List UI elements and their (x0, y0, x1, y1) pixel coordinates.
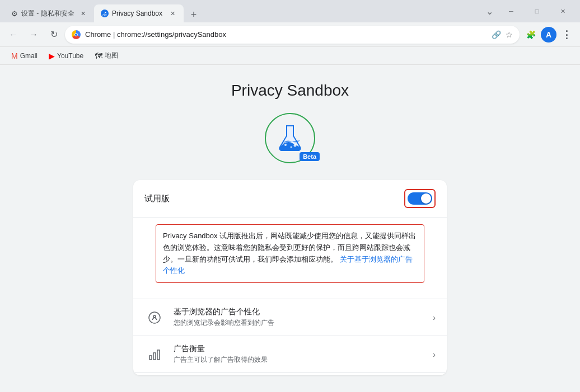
trial-toggle[interactable] (408, 192, 432, 205)
svg-rect-5 (149, 356, 152, 360)
tab-settings[interactable]: ⚙ 设置 - 隐私和安全 ✕ (4, 4, 94, 22)
back-button[interactable]: ← (4, 26, 22, 44)
profile-button[interactable]: A (541, 27, 556, 42)
description-text: Privacy Sandbox 试用版推出后，网站既能减少使用您的信息，又能提供… (163, 230, 417, 277)
sandbox-tab-icon: 🏖 (101, 10, 109, 17)
address-text: Chrome | chrome://settings/privacySandbo… (85, 30, 487, 39)
bookmark-maps-label: 地图 (105, 51, 118, 60)
toggle-knob (421, 193, 431, 204)
ad-personalization-arrow: › (433, 313, 436, 322)
bookmarks-bar: M Gmail ▶ YouTube 🗺 地图 (0, 47, 580, 65)
description-section: Privacy Sandbox 试用版推出后，网站既能减少使用您的信息，又能提供… (156, 224, 424, 283)
window-controls: ⌄ ─ □ ✕ (480, 0, 576, 22)
settings-tab-icon: ⚙ (11, 10, 18, 18)
extensions-button[interactable]: 🧩 (522, 26, 540, 44)
toolbar-actions: 🧩 A ⋮ (522, 26, 576, 44)
ad-measurement-icon (144, 344, 165, 365)
tab-list-button[interactable]: ⌄ (480, 2, 498, 20)
sandbox-tab-label: Privacy Sandbox (112, 10, 162, 17)
page-title: Privacy Sandbox (231, 82, 349, 100)
trial-label: 试用版 (144, 193, 170, 204)
svg-rect-6 (153, 353, 156, 360)
toggle-wrapper (404, 189, 436, 208)
trial-section: 试用版 (133, 180, 447, 218)
refresh-button[interactable]: ↻ (45, 26, 63, 44)
ad-measurement-title: 广告衡量 (174, 344, 424, 354)
bookmark-gmail[interactable]: M Gmail (7, 49, 42, 63)
svg-point-4 (153, 315, 156, 318)
list-item-ad-personalization[interactable]: 基于浏览器的广告个性化 您的浏览记录会影响您看到的广告 › (133, 299, 447, 336)
ad-measurement-arrow: › (433, 350, 436, 359)
svg-point-2 (294, 144, 297, 147)
maximize-button[interactable]: □ (524, 2, 550, 20)
beta-badge: Beta (300, 152, 320, 161)
settings-card: 试用版 Privacy Sandbox 试用版推出后，网站既能减少使用您的信息，… (133, 180, 447, 375)
site-security-icon (72, 30, 81, 39)
svg-rect-7 (157, 350, 160, 360)
page-content: Privacy Sandbox Beta 试用版 (0, 65, 580, 392)
bookmark-icon[interactable]: ☆ (506, 30, 513, 39)
flask-icon (275, 124, 305, 153)
share-icon[interactable]: 🔗 (492, 30, 501, 39)
menu-button[interactable]: ⋮ (558, 26, 576, 44)
svg-point-1 (291, 147, 292, 148)
settings-tab-close[interactable]: ✕ (78, 9, 87, 18)
minimize-button[interactable]: ─ (498, 2, 524, 20)
gmail-icon: M (11, 51, 18, 60)
ad-measurement-subtitle: 广告主可以了解广告取得的效果 (174, 355, 424, 365)
list-item-spam-reduction[interactable]: 垃圾内容和欺诈行为削减 协助网站打击欺诈行为以及区分机器人和真人 › (133, 372, 447, 375)
bookmark-gmail-label: Gmail (20, 52, 38, 60)
titlebar: ⚙ 设置 - 隐私和安全 ✕ 🏖 Privacy Sandbox ✕ + ⌄ ─… (0, 0, 580, 22)
bookmark-youtube[interactable]: ▶ YouTube (44, 49, 88, 63)
close-button[interactable]: ✕ (550, 2, 576, 20)
svg-point-0 (284, 144, 287, 146)
forward-button[interactable]: → (25, 26, 43, 44)
toolbar: ← → ↻ Chrome | chrome://settings/privacy… (0, 22, 580, 47)
settings-tab-label: 设置 - 隐私和安全 (21, 9, 74, 18)
bookmark-maps[interactable]: 🗺 地图 (90, 49, 123, 63)
ad-personalization-subtitle: 您的浏览记录会影响您看到的广告 (174, 318, 424, 328)
ad-personalization-title: 基于浏览器的广告个性化 (174, 307, 424, 317)
tab-sandbox[interactable]: 🏖 Privacy Sandbox ✕ (94, 4, 184, 22)
youtube-icon: ▶ (49, 51, 55, 60)
ad-measurement-text: 广告衡量 广告主可以了解广告取得的效果 (174, 344, 424, 365)
maps-icon: 🗺 (95, 51, 102, 60)
ad-personalization-text: 基于浏览器的广告个性化 您的浏览记录会影响您看到的广告 (174, 307, 424, 328)
ad-personalization-icon (144, 308, 165, 328)
logo-container: Beta (265, 113, 315, 163)
new-tab-button[interactable]: + (186, 7, 202, 22)
sandbox-tab-close[interactable]: ✕ (168, 9, 177, 18)
list-item-ad-measurement[interactable]: 广告衡量 广告主可以了解广告取得的效果 › (133, 336, 447, 372)
bookmark-youtube-label: YouTube (57, 52, 83, 60)
address-bar[interactable]: Chrome | chrome://settings/privacySandbo… (65, 26, 520, 44)
